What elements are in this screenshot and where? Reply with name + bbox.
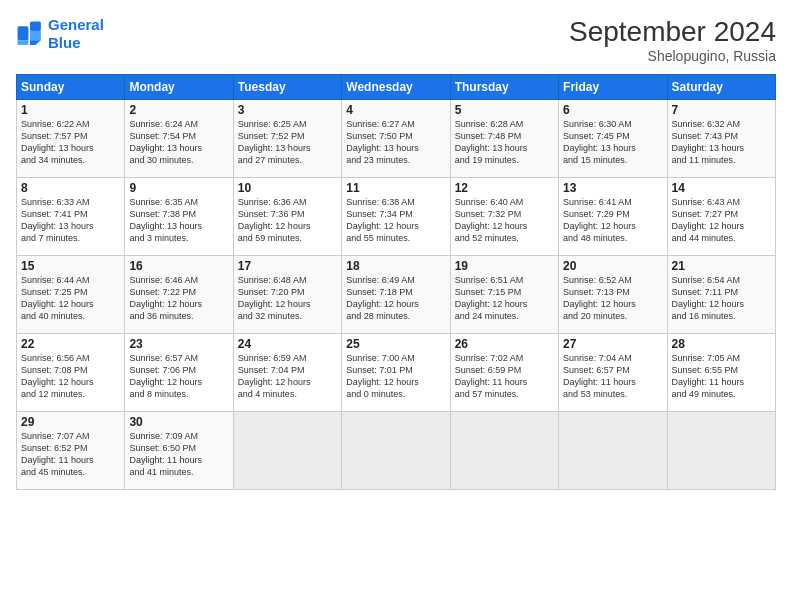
day-info-2: Sunrise: 6:24 AM Sunset: 7:54 PM Dayligh…: [129, 118, 228, 167]
week-row-3: 15Sunrise: 6:44 AM Sunset: 7:25 PM Dayli…: [17, 256, 776, 334]
table-row: 19Sunrise: 6:51 AM Sunset: 7:15 PM Dayli…: [450, 256, 558, 334]
day-info-3: Sunrise: 6:25 AM Sunset: 7:52 PM Dayligh…: [238, 118, 337, 167]
day-number-18: 18: [346, 259, 445, 273]
table-row: 29Sunrise: 7:07 AM Sunset: 6:52 PM Dayli…: [17, 412, 125, 490]
day-number-28: 28: [672, 337, 771, 351]
table-row: [342, 412, 450, 490]
week-row-1: 1Sunrise: 6:22 AM Sunset: 7:57 PM Daylig…: [17, 100, 776, 178]
day-number-17: 17: [238, 259, 337, 273]
table-row: 24Sunrise: 6:59 AM Sunset: 7:04 PM Dayli…: [233, 334, 341, 412]
day-info-15: Sunrise: 6:44 AM Sunset: 7:25 PM Dayligh…: [21, 274, 120, 323]
day-info-26: Sunrise: 7:02 AM Sunset: 6:59 PM Dayligh…: [455, 352, 554, 401]
day-info-18: Sunrise: 6:49 AM Sunset: 7:18 PM Dayligh…: [346, 274, 445, 323]
table-row: 11Sunrise: 6:38 AM Sunset: 7:34 PM Dayli…: [342, 178, 450, 256]
table-row: 17Sunrise: 6:48 AM Sunset: 7:20 PM Dayli…: [233, 256, 341, 334]
day-number-6: 6: [563, 103, 662, 117]
day-info-10: Sunrise: 6:36 AM Sunset: 7:36 PM Dayligh…: [238, 196, 337, 245]
header-monday: Monday: [125, 75, 233, 100]
day-info-4: Sunrise: 6:27 AM Sunset: 7:50 PM Dayligh…: [346, 118, 445, 167]
table-row: 18Sunrise: 6:49 AM Sunset: 7:18 PM Dayli…: [342, 256, 450, 334]
table-row: 15Sunrise: 6:44 AM Sunset: 7:25 PM Dayli…: [17, 256, 125, 334]
table-row: 28Sunrise: 7:05 AM Sunset: 6:55 PM Dayli…: [667, 334, 775, 412]
day-number-15: 15: [21, 259, 120, 273]
day-info-16: Sunrise: 6:46 AM Sunset: 7:22 PM Dayligh…: [129, 274, 228, 323]
table-row: 26Sunrise: 7:02 AM Sunset: 6:59 PM Dayli…: [450, 334, 558, 412]
day-info-9: Sunrise: 6:35 AM Sunset: 7:38 PM Dayligh…: [129, 196, 228, 245]
day-number-27: 27: [563, 337, 662, 351]
header: General Blue September 2024 Shelopugino,…: [16, 16, 776, 64]
header-sunday: Sunday: [17, 75, 125, 100]
table-row: 5Sunrise: 6:28 AM Sunset: 7:48 PM Daylig…: [450, 100, 558, 178]
day-number-30: 30: [129, 415, 228, 429]
table-row: 30Sunrise: 7:09 AM Sunset: 6:50 PM Dayli…: [125, 412, 233, 490]
day-info-23: Sunrise: 6:57 AM Sunset: 7:06 PM Dayligh…: [129, 352, 228, 401]
day-info-14: Sunrise: 6:43 AM Sunset: 7:27 PM Dayligh…: [672, 196, 771, 245]
week-row-4: 22Sunrise: 6:56 AM Sunset: 7:08 PM Dayli…: [17, 334, 776, 412]
day-number-29: 29: [21, 415, 120, 429]
table-row: [667, 412, 775, 490]
svg-marker-2: [30, 31, 41, 40]
day-number-12: 12: [455, 181, 554, 195]
day-info-28: Sunrise: 7:05 AM Sunset: 6:55 PM Dayligh…: [672, 352, 771, 401]
day-info-24: Sunrise: 6:59 AM Sunset: 7:04 PM Dayligh…: [238, 352, 337, 401]
day-number-11: 11: [346, 181, 445, 195]
week-row-5: 29Sunrise: 7:07 AM Sunset: 6:52 PM Dayli…: [17, 412, 776, 490]
day-number-13: 13: [563, 181, 662, 195]
header-friday: Friday: [559, 75, 667, 100]
day-number-16: 16: [129, 259, 228, 273]
week-row-2: 8Sunrise: 6:33 AM Sunset: 7:41 PM Daylig…: [17, 178, 776, 256]
logo-icon: [16, 20, 44, 48]
title-block: September 2024 Shelopugino, Russia: [569, 16, 776, 64]
calendar-title: September 2024: [569, 16, 776, 48]
table-row: 27Sunrise: 7:04 AM Sunset: 6:57 PM Dayli…: [559, 334, 667, 412]
day-number-1: 1: [21, 103, 120, 117]
day-info-21: Sunrise: 6:54 AM Sunset: 7:11 PM Dayligh…: [672, 274, 771, 323]
day-number-9: 9: [129, 181, 228, 195]
svg-rect-0: [18, 26, 29, 40]
svg-marker-4: [30, 40, 41, 45]
day-number-23: 23: [129, 337, 228, 351]
day-info-20: Sunrise: 6:52 AM Sunset: 7:13 PM Dayligh…: [563, 274, 662, 323]
calendar-table: Sunday Monday Tuesday Wednesday Thursday…: [16, 74, 776, 490]
day-info-17: Sunrise: 6:48 AM Sunset: 7:20 PM Dayligh…: [238, 274, 337, 323]
day-info-25: Sunrise: 7:00 AM Sunset: 7:01 PM Dayligh…: [346, 352, 445, 401]
table-row: 16Sunrise: 6:46 AM Sunset: 7:22 PM Dayli…: [125, 256, 233, 334]
day-number-7: 7: [672, 103, 771, 117]
day-number-3: 3: [238, 103, 337, 117]
header-tuesday: Tuesday: [233, 75, 341, 100]
header-thursday: Thursday: [450, 75, 558, 100]
table-row: 7Sunrise: 6:32 AM Sunset: 7:43 PM Daylig…: [667, 100, 775, 178]
table-row: 21Sunrise: 6:54 AM Sunset: 7:11 PM Dayli…: [667, 256, 775, 334]
page: General Blue September 2024 Shelopugino,…: [0, 0, 792, 612]
day-info-1: Sunrise: 6:22 AM Sunset: 7:57 PM Dayligh…: [21, 118, 120, 167]
day-info-30: Sunrise: 7:09 AM Sunset: 6:50 PM Dayligh…: [129, 430, 228, 479]
table-row: [450, 412, 558, 490]
table-row: 25Sunrise: 7:00 AM Sunset: 7:01 PM Dayli…: [342, 334, 450, 412]
day-info-6: Sunrise: 6:30 AM Sunset: 7:45 PM Dayligh…: [563, 118, 662, 167]
table-row: 8Sunrise: 6:33 AM Sunset: 7:41 PM Daylig…: [17, 178, 125, 256]
day-number-19: 19: [455, 259, 554, 273]
day-number-20: 20: [563, 259, 662, 273]
logo: General Blue: [16, 16, 104, 52]
header-wednesday: Wednesday: [342, 75, 450, 100]
day-number-5: 5: [455, 103, 554, 117]
table-row: 23Sunrise: 6:57 AM Sunset: 7:06 PM Dayli…: [125, 334, 233, 412]
table-row: 1Sunrise: 6:22 AM Sunset: 7:57 PM Daylig…: [17, 100, 125, 178]
day-number-10: 10: [238, 181, 337, 195]
day-number-24: 24: [238, 337, 337, 351]
day-info-5: Sunrise: 6:28 AM Sunset: 7:48 PM Dayligh…: [455, 118, 554, 167]
table-row: 12Sunrise: 6:40 AM Sunset: 7:32 PM Dayli…: [450, 178, 558, 256]
header-row: Sunday Monday Tuesday Wednesday Thursday…: [17, 75, 776, 100]
table-row: 22Sunrise: 6:56 AM Sunset: 7:08 PM Dayli…: [17, 334, 125, 412]
day-info-29: Sunrise: 7:07 AM Sunset: 6:52 PM Dayligh…: [21, 430, 120, 479]
day-info-27: Sunrise: 7:04 AM Sunset: 6:57 PM Dayligh…: [563, 352, 662, 401]
table-row: 3Sunrise: 6:25 AM Sunset: 7:52 PM Daylig…: [233, 100, 341, 178]
day-info-11: Sunrise: 6:38 AM Sunset: 7:34 PM Dayligh…: [346, 196, 445, 245]
logo-line1: General: [48, 16, 104, 33]
table-row: [233, 412, 341, 490]
table-row: 6Sunrise: 6:30 AM Sunset: 7:45 PM Daylig…: [559, 100, 667, 178]
day-number-21: 21: [672, 259, 771, 273]
table-row: [559, 412, 667, 490]
calendar-subtitle: Shelopugino, Russia: [569, 48, 776, 64]
day-number-8: 8: [21, 181, 120, 195]
